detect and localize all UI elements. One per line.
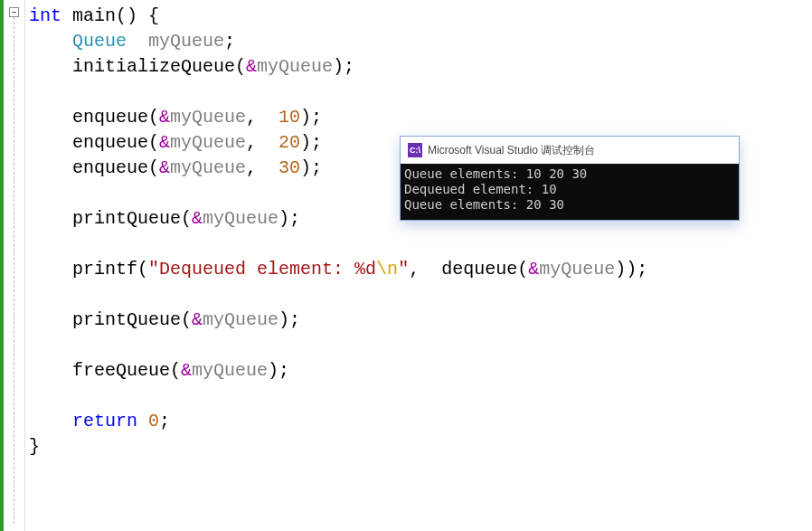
code-close: );: [300, 157, 322, 178]
console-line: Queue elements: 20 30: [404, 197, 564, 212]
code-num: 20: [279, 132, 300, 153]
code-indent: [29, 31, 72, 52]
code-fn: main: [72, 5, 116, 26]
code-indent: [29, 360, 72, 381]
code-indent: [29, 208, 72, 229]
code-indent: [29, 157, 72, 178]
code-brace: }: [29, 436, 40, 457]
code-paren: (: [148, 132, 159, 153]
code-close: );: [300, 107, 322, 128]
code-fn: dequeue: [441, 259, 517, 280]
code-keyword: int: [29, 5, 61, 26]
code-quote: ": [148, 259, 159, 280]
code-paren: (: [148, 107, 159, 128]
code-semi: ;: [224, 31, 235, 52]
fold-toggle[interactable]: [9, 7, 19, 17]
code-paren: (: [148, 157, 159, 178]
code-var: myQueue: [148, 31, 224, 52]
code-indent: [29, 309, 72, 330]
fold-guide-line: [14, 17, 14, 524]
console-line: Queue elements: 10 20 30: [404, 166, 587, 181]
code-fn: printf: [72, 259, 137, 280]
code-op: &: [181, 360, 192, 381]
code-comma: ,: [409, 259, 441, 280]
code-op: &: [159, 107, 170, 128]
code-var: myQueue: [170, 107, 246, 128]
console-app-icon: C:\: [408, 143, 422, 157]
code-op: &: [246, 56, 257, 77]
code-indent: [29, 411, 72, 431]
code-close: );: [268, 360, 289, 381]
code-paren: (: [181, 208, 192, 229]
code-paren: (: [517, 259, 528, 280]
code-indent: [29, 56, 72, 77]
debug-console-window[interactable]: C:\ Microsoft Visual Studio 调试控制台 Queue …: [400, 136, 740, 221]
code-paren: (: [137, 259, 148, 280]
code-semi: ;: [159, 411, 170, 431]
code-keyword: return: [72, 411, 137, 431]
code-op: &: [192, 309, 203, 330]
code-fn: printQueue: [72, 208, 181, 229]
code-type: Queue: [72, 31, 127, 52]
code-fn: enqueue: [72, 107, 148, 128]
code-editor[interactable]: int main() { Queue myQueue; initializeQu…: [0, 0, 812, 531]
editor-gutter: [0, 0, 25, 531]
code-content[interactable]: int main() { Queue myQueue; initializeQu…: [25, 0, 812, 531]
code-paren: (: [170, 360, 181, 381]
code-paren: (: [181, 309, 192, 330]
code-op: &: [159, 157, 170, 178]
code-fn: enqueue: [72, 157, 148, 178]
code-sp: [127, 31, 148, 52]
code-indent: [29, 107, 72, 128]
code-var: myQueue: [170, 157, 246, 178]
code-num: 0: [148, 411, 159, 431]
console-line: Dequeued element: 10: [404, 182, 557, 196]
console-title: Microsoft Visual Studio 调试控制台: [428, 143, 595, 158]
code-fn: printQueue: [72, 309, 181, 330]
code-var: myQueue: [192, 360, 268, 381]
code-punct: () {: [116, 5, 159, 26]
code-close: );: [333, 56, 354, 77]
code-num: 30: [279, 157, 300, 178]
code-num: 10: [279, 107, 300, 128]
code-fn: initializeQueue: [72, 56, 235, 77]
code-close: );: [279, 309, 300, 330]
minus-icon: [12, 12, 16, 13]
code-op: &: [528, 259, 539, 280]
code-quote: ": [398, 259, 409, 280]
code-string: Dequeued element: %d: [159, 259, 376, 280]
code-var: myQueue: [539, 259, 615, 280]
code-close: );: [300, 132, 322, 153]
code-op: &: [159, 132, 170, 153]
code-op: &: [192, 208, 203, 229]
code-comma: ,: [246, 132, 279, 153]
code-comma: ,: [246, 157, 279, 178]
code-var: myQueue: [170, 132, 246, 153]
code-indent: [29, 132, 72, 153]
code-var: myQueue: [203, 309, 279, 330]
console-output: Queue elements: 10 20 30 Dequeued elemen…: [401, 164, 739, 220]
code-sp: [137, 411, 148, 431]
code-comma: ,: [246, 107, 279, 128]
code-close: ));: [615, 259, 647, 280]
code-fn: enqueue: [72, 132, 148, 153]
console-titlebar[interactable]: C:\ Microsoft Visual Studio 调试控制台: [401, 137, 739, 164]
code-escape: \n: [376, 259, 398, 280]
code-fn: freeQueue: [72, 360, 170, 381]
code-paren: (: [235, 56, 246, 77]
code-var: myQueue: [203, 208, 279, 229]
code-close: );: [279, 208, 300, 229]
code-indent: [29, 259, 72, 280]
code-var: myQueue: [257, 56, 333, 77]
